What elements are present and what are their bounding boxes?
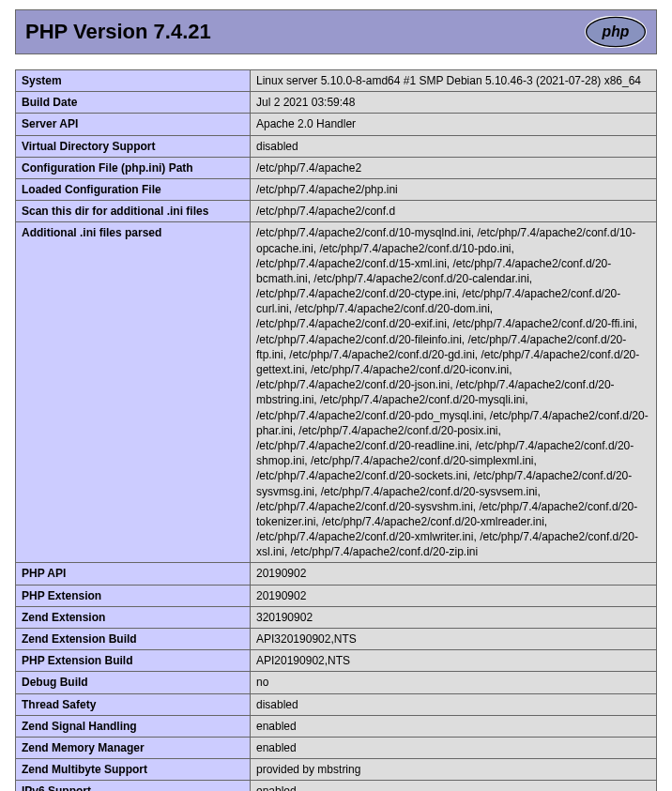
info-label: System xyxy=(16,70,251,92)
info-value: enabled xyxy=(251,781,657,791)
info-label: Build Date xyxy=(16,92,251,114)
info-row: SystemLinux server 5.10.0-8-amd64 #1 SMP… xyxy=(16,70,657,92)
info-value: API20190902,NTS xyxy=(251,650,657,672)
info-row: Build DateJul 2 2021 03:59:48 xyxy=(16,92,657,114)
info-label: IPv6 Support xyxy=(16,781,251,791)
info-label: Thread Safety xyxy=(16,693,251,715)
info-label: Virtual Directory Support xyxy=(16,135,251,157)
info-label: Debug Build xyxy=(16,672,251,693)
info-row: Additional .ini files parsed/etc/php/7.4… xyxy=(16,222,657,563)
info-row: Scan this dir for additional .ini files/… xyxy=(16,201,657,222)
info-row: Thread Safetydisabled xyxy=(16,693,657,715)
info-row: Zend Extension BuildAPI320190902,NTS xyxy=(16,629,657,650)
info-row: PHP Extension BuildAPI20190902,NTS xyxy=(16,650,657,672)
info-label: PHP Extension xyxy=(16,585,251,606)
info-value: 320190902 xyxy=(251,606,657,628)
info-label: Server API xyxy=(16,114,251,135)
info-value: enabled xyxy=(251,715,657,737)
info-label: Additional .ini files parsed xyxy=(16,222,251,563)
info-row: PHP Extension20190902 xyxy=(16,585,657,606)
info-value: enabled xyxy=(251,737,657,758)
info-row: Server APIApache 2.0 Handler xyxy=(16,114,657,135)
info-row: Configuration File (php.ini) Path/etc/ph… xyxy=(16,157,657,178)
info-value: Jul 2 2021 03:59:48 xyxy=(251,92,657,114)
php-logo-icon: php xyxy=(585,16,647,48)
info-value: /etc/php/7.4/apache2/php.ini xyxy=(251,178,657,200)
info-row: Loaded Configuration File/etc/php/7.4/ap… xyxy=(16,178,657,200)
info-label: Zend Multibyte Support xyxy=(16,759,251,781)
info-label: Zend Signal Handling xyxy=(16,715,251,737)
info-row: IPv6 Supportenabled xyxy=(16,781,657,791)
info-value: API320190902,NTS xyxy=(251,629,657,650)
info-row: Zend Extension320190902 xyxy=(16,606,657,628)
info-value: disabled xyxy=(251,135,657,157)
phpinfo-header: PHP Version 7.4.21 php xyxy=(15,9,657,54)
info-value: Apache 2.0 Handler xyxy=(251,114,657,135)
info-label: Zend Memory Manager xyxy=(16,737,251,758)
info-value: no xyxy=(251,672,657,693)
info-label: Zend Extension Build xyxy=(16,629,251,650)
info-value: 20190902 xyxy=(251,585,657,606)
info-row: Zend Memory Managerenabled xyxy=(16,737,657,758)
info-label: Zend Extension xyxy=(16,606,251,628)
phpinfo-table: SystemLinux server 5.10.0-8-amd64 #1 SMP… xyxy=(15,69,657,791)
info-label: Configuration File (php.ini) Path xyxy=(16,157,251,178)
info-label: PHP Extension Build xyxy=(16,650,251,672)
info-row: PHP API20190902 xyxy=(16,563,657,585)
info-value: disabled xyxy=(251,693,657,715)
info-value: provided by mbstring xyxy=(251,759,657,781)
info-value: Linux server 5.10.0-8-amd64 #1 SMP Debia… xyxy=(251,70,657,92)
page-title: PHP Version 7.4.21 xyxy=(25,20,211,44)
info-label: Scan this dir for additional .ini files xyxy=(16,201,251,222)
info-row: Zend Multibyte Supportprovided by mbstri… xyxy=(16,759,657,781)
info-value: /etc/php/7.4/apache2/conf.d/10-mysqlnd.i… xyxy=(251,222,657,563)
info-label: Loaded Configuration File xyxy=(16,178,251,200)
info-row: Virtual Directory Supportdisabled xyxy=(16,135,657,157)
svg-text:php: php xyxy=(602,23,630,39)
info-value: /etc/php/7.4/apache2 xyxy=(251,157,657,178)
info-row: Debug Buildno xyxy=(16,672,657,693)
info-value: /etc/php/7.4/apache2/conf.d xyxy=(251,201,657,222)
info-row: Zend Signal Handlingenabled xyxy=(16,715,657,737)
info-label: PHP API xyxy=(16,563,251,585)
info-value: 20190902 xyxy=(251,563,657,585)
